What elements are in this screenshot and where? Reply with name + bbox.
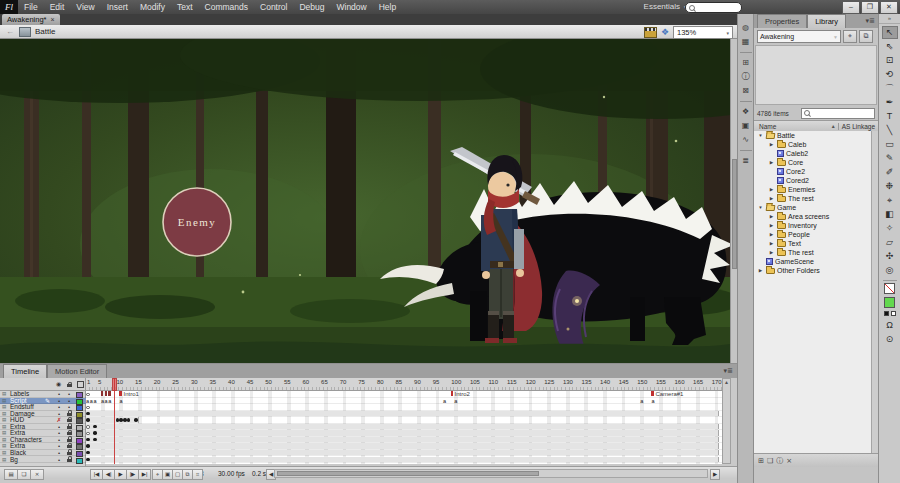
snap-to-objects-toggle[interactable]: Ω: [882, 319, 898, 332]
tree-arrow-icon[interactable]: ▶: [757, 268, 764, 273]
tab-properties[interactable]: Properties: [757, 14, 807, 28]
library-item[interactable]: Caleb2: [754, 149, 871, 158]
code-snippets-panel-icon[interactable]: ❖: [739, 106, 753, 117]
tree-arrow-icon[interactable]: ▶: [768, 196, 775, 201]
3d-rotation-tool[interactable]: ⟲: [882, 68, 898, 81]
align-panel-icon[interactable]: ⊞: [739, 57, 753, 68]
lock-all-layers-icon[interactable]: [67, 382, 72, 389]
menu-help[interactable]: Help: [373, 2, 402, 12]
motion-presets-panel-icon[interactable]: ∿: [739, 134, 753, 145]
workspace-switcher[interactable]: Essentials ▼: [644, 2, 688, 11]
tab-timeline[interactable]: Timeline: [3, 364, 47, 378]
outline-all-layers-icon[interactable]: [77, 381, 84, 388]
tree-arrow-icon[interactable]: ▶: [768, 142, 775, 147]
library-item[interactable]: Cored2: [754, 176, 871, 185]
library-item[interactable]: ▶The rest: [754, 194, 871, 203]
deco-tool[interactable]: ❉: [882, 180, 898, 193]
library-item[interactable]: ▶Inventory: [754, 221, 871, 230]
object-drawing-toggle[interactable]: ⊙: [882, 333, 898, 346]
library-search-input[interactable]: [801, 108, 875, 119]
new-folder-button[interactable]: ❏: [767, 457, 773, 465]
layer-visibility-toggle[interactable]: •: [55, 424, 63, 431]
menu-debug[interactable]: Debug: [293, 2, 330, 12]
library-item[interactable]: ▼Battle: [754, 131, 871, 140]
library-item[interactable]: ▶Core: [754, 158, 871, 167]
back-button[interactable]: ←: [6, 27, 14, 36]
library-scrollbar[interactable]: [871, 131, 878, 453]
goto-last-frame-button[interactable]: ▶|: [138, 469, 151, 480]
library-item[interactable]: ▼Game: [754, 203, 871, 212]
new-library-panel-button[interactable]: ⧉: [859, 30, 873, 43]
stroke-color-chip[interactable]: [884, 283, 895, 294]
properties-button[interactable]: ⓘ: [776, 456, 783, 466]
app-search-input[interactable]: [685, 2, 742, 13]
eraser-tool[interactable]: ▱: [882, 236, 898, 249]
tree-arrow-icon[interactable]: ▶: [768, 232, 775, 237]
library-item[interactable]: ▶People: [754, 230, 871, 239]
tree-arrow-icon[interactable]: ▶: [768, 187, 775, 192]
stage-vertical-scrollbar[interactable]: [730, 39, 737, 363]
library-item[interactable]: Core2: [754, 167, 871, 176]
layer-lock-toggle[interactable]: [65, 457, 73, 464]
menu-file[interactable]: File: [18, 2, 44, 12]
line-tool[interactable]: ╲: [882, 124, 898, 137]
menu-view[interactable]: View: [70, 2, 100, 12]
menu-commands[interactable]: Commands: [199, 2, 254, 12]
panel-menu-icon[interactable]: ▾≣: [724, 367, 733, 375]
pencil-tool[interactable]: ✎: [882, 152, 898, 165]
column-name[interactable]: Name: [754, 123, 831, 130]
tree-arrow-icon[interactable]: ▼: [757, 133, 764, 138]
fill-color-chip[interactable]: [884, 297, 895, 308]
paint-bucket-tool[interactable]: ◧: [882, 208, 898, 221]
brush-tool[interactable]: ✐: [882, 166, 898, 179]
minimize-button[interactable]: –: [842, 1, 860, 14]
layer-visibility-toggle[interactable]: •: [55, 457, 63, 464]
layer-visibility-toggle[interactable]: •: [55, 430, 63, 437]
layer-row-bg[interactable]: ▤Bg•: [0, 457, 86, 464]
layer-visibility-toggle[interactable]: •: [55, 443, 63, 450]
panel-menu-icon[interactable]: ▾≣: [866, 17, 875, 25]
frame-rate-value[interactable]: 30.00 fps: [218, 470, 245, 477]
stage-canvas[interactable]: Enemy: [0, 39, 730, 363]
close-tab-icon[interactable]: ×: [50, 16, 54, 23]
info-panel-icon[interactable]: ⓘ: [739, 71, 753, 82]
layer-visibility-toggle[interactable]: •: [55, 411, 63, 418]
library-item[interactable]: ▶Area screens: [754, 212, 871, 221]
menu-window[interactable]: Window: [330, 2, 372, 12]
menu-modify[interactable]: Modify: [134, 2, 171, 12]
delete-layer-button[interactable]: ⨯: [30, 469, 44, 480]
timeline-horizontal-scrollbar[interactable]: [274, 469, 708, 478]
free-transform-tool[interactable]: ⊡: [882, 54, 898, 67]
layer-visibility-toggle[interactable]: •: [55, 404, 63, 411]
tree-arrow-icon[interactable]: ▶: [768, 250, 775, 255]
layer-lock-toggle[interactable]: •: [65, 391, 73, 398]
menu-control[interactable]: Control: [254, 2, 293, 12]
layer-lock-toggle[interactable]: •: [65, 398, 73, 405]
menu-edit[interactable]: Edit: [44, 2, 71, 12]
layer-frames-row[interactable]: [86, 457, 722, 464]
timeline-vertical-scrollbar[interactable]: ▲: [722, 378, 731, 464]
new-folder-button[interactable]: ❏: [17, 469, 31, 480]
library-item[interactable]: ▶Other Folders: [754, 266, 871, 275]
tree-arrow-icon[interactable]: ▶: [768, 160, 775, 165]
subselection-tool[interactable]: ⇖: [882, 40, 898, 53]
zoom-level-select[interactable]: 135% ▾: [673, 26, 733, 39]
layer-frames-row[interactable]: [86, 450, 722, 457]
layer-visibility-toggle[interactable]: •: [55, 391, 63, 398]
library-item[interactable]: ▶Enemies: [754, 185, 871, 194]
collapse-dock-icon[interactable]: »: [879, 14, 900, 24]
edit-symbol-button[interactable]: ❖: [661, 28, 669, 37]
layer-visibility-toggle[interactable]: •: [55, 450, 63, 457]
tree-arrow-icon[interactable]: ▼: [757, 205, 764, 210]
tree-arrow-icon[interactable]: ▶: [768, 223, 775, 228]
delete-item-button[interactable]: ⨯: [786, 457, 792, 465]
library-item[interactable]: ▶The rest: [754, 248, 871, 257]
transform-panel-icon[interactable]: ⊠: [739, 85, 753, 96]
history-panel-icon[interactable]: ≣: [739, 155, 753, 166]
color-panel-icon[interactable]: ◍: [739, 22, 753, 33]
bone-tool[interactable]: ⌖: [882, 194, 898, 207]
menu-text[interactable]: Text: [171, 2, 199, 12]
selection-tool[interactable]: ↖: [882, 26, 898, 39]
library-item[interactable]: ▶Text: [754, 239, 871, 248]
column-as-linkage[interactable]: AS Linkage: [838, 123, 878, 130]
